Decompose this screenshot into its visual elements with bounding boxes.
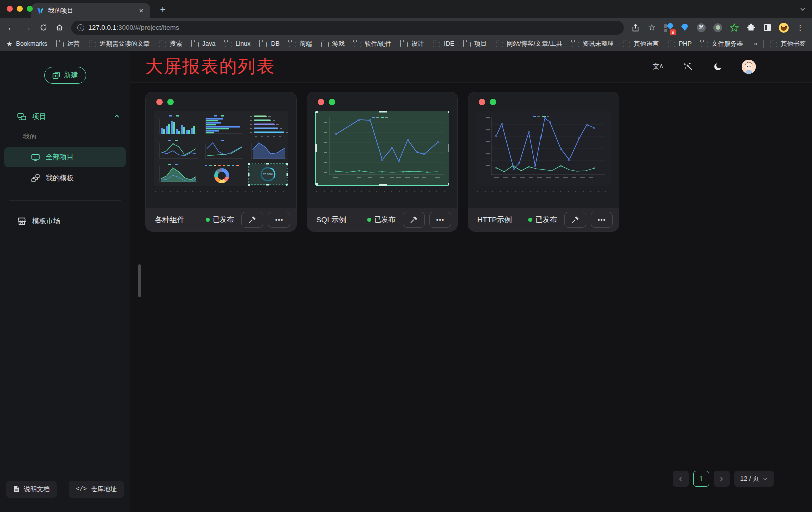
repo-button[interactable]: </> 仓库地址: [69, 481, 124, 498]
bookmark-folder[interactable]: 软件/硬件: [354, 40, 391, 48]
folder-icon: [56, 42, 64, 47]
page-title: 大屏报表的列表: [145, 55, 275, 78]
sidebar-item-my-templates[interactable]: 我的模板: [4, 168, 126, 188]
tab-search-chevron-icon[interactable]: [800, 5, 806, 14]
bookmark-folder[interactable]: IDE: [433, 40, 454, 47]
project-thumbnail[interactable]: [476, 111, 611, 186]
green-dot: [329, 99, 335, 105]
sidebar-item-template-market[interactable]: 模板市场: [0, 213, 130, 230]
more-button[interactable]: •••: [429, 212, 451, 228]
tab-close-button[interactable]: ×: [137, 7, 145, 15]
dark-mode-moon-icon[interactable]: [712, 61, 724, 73]
bookmark-folder[interactable]: 资讯未整理: [572, 40, 614, 48]
other-bookmarks-folder[interactable]: 其他书签: [770, 40, 806, 48]
project-thumbnail[interactable]: 25.00%: [154, 111, 288, 186]
bookmark-folder[interactable]: 其他语言: [623, 40, 659, 48]
reload-button[interactable]: [36, 21, 50, 35]
more-button[interactable]: •••: [268, 212, 290, 228]
edit-button[interactable]: [241, 212, 263, 228]
divider: [763, 40, 764, 48]
bookmark-star-icon[interactable]: ☆: [645, 21, 658, 34]
bookmark-folder[interactable]: 搜索: [159, 40, 182, 48]
command-extension-icon[interactable]: ⌘: [695, 21, 708, 34]
status-dot: [528, 218, 532, 222]
folder-icon: [572, 42, 579, 47]
bookmark-folder[interactable]: 设计: [400, 40, 424, 48]
bookmark-folder[interactable]: 前端: [289, 40, 312, 48]
edit-button[interactable]: [564, 212, 586, 228]
folder-icon: [433, 42, 440, 47]
next-page-button[interactable]: [714, 471, 730, 487]
folder-icon: [668, 42, 675, 47]
bookmark-folder[interactable]: 游戏: [321, 40, 345, 48]
project-card-list: 25.00% 各种组件 已发布: [130, 83, 812, 232]
star-extension-icon[interactable]: [728, 21, 741, 34]
folder-icon: [400, 42, 408, 47]
minimize-window-button[interactable]: [17, 6, 23, 12]
dotted-separator: [155, 191, 287, 192]
folder-icon: [289, 42, 296, 47]
split-screen-icon[interactable]: [761, 21, 774, 34]
gauge-value: 25.00%: [263, 173, 273, 176]
goview-favicon: [36, 7, 44, 14]
bookmarks-root[interactable]: ★Bookmarks: [6, 40, 47, 48]
home-button[interactable]: [52, 21, 66, 35]
dotted-separator: [477, 191, 610, 192]
prev-page-button[interactable]: [673, 471, 689, 487]
forward-button[interactable]: →: [20, 21, 34, 35]
sidebar-item-all-projects[interactable]: 全部项目: [4, 147, 126, 167]
project-card[interactable]: HTTP示例 已发布 •••: [468, 92, 619, 232]
page-header: 大屏报表的列表 文A: [130, 51, 812, 83]
back-button[interactable]: ←: [4, 21, 18, 35]
storefront-icon: [17, 217, 26, 225]
page-size-select[interactable]: 12 / 页: [734, 471, 774, 487]
green-dot: [167, 99, 174, 105]
chevron-up-icon[interactable]: [114, 113, 120, 121]
extensions-puzzle-icon[interactable]: [744, 21, 757, 34]
extension-badge: 9: [670, 29, 676, 35]
new-tab-button[interactable]: +: [156, 3, 169, 16]
project-card[interactable]: SQL示例 已发布 •••: [307, 92, 458, 232]
close-window-button[interactable]: [7, 6, 13, 12]
magic-wand-icon[interactable]: [682, 61, 694, 73]
sidebar-group-project[interactable]: 项目: [0, 108, 130, 125]
bookmark-folder[interactable]: Java: [191, 40, 215, 47]
code-icon: </>: [76, 486, 87, 493]
record-extension-icon[interactable]: [711, 21, 724, 34]
folder-icon: [496, 42, 503, 47]
bookmark-folder[interactable]: 网站/博客/文章/工具: [496, 40, 562, 48]
card-footer: HTTP示例 已发布 •••: [468, 208, 619, 231]
new-project-button[interactable]: 新建: [44, 67, 86, 84]
browser-tab[interactable]: 我的项目 ×: [31, 3, 150, 18]
url-text: 127.0.0.1:3000/#/project/items: [88, 24, 179, 31]
bookmark-folder[interactable]: PHP: [668, 40, 692, 47]
bookmark-folder[interactable]: 项目: [463, 40, 487, 48]
more-button[interactable]: •••: [591, 212, 613, 228]
zoom-window-button[interactable]: [27, 6, 33, 12]
gem-extension-icon[interactable]: [678, 21, 691, 34]
content-scrollbar-thumb[interactable]: [138, 264, 141, 297]
edit-button[interactable]: [403, 212, 425, 228]
bookmark-folder[interactable]: 文件服务器: [701, 40, 743, 48]
bookmark-folder[interactable]: Linux: [225, 40, 251, 47]
red-dot: [318, 99, 324, 105]
bookmark-folder[interactable]: 运营: [56, 40, 80, 48]
user-avatar[interactable]: [742, 60, 756, 74]
address-bar[interactable]: i 127.0.0.1:3000/#/project/items: [71, 21, 624, 35]
bookmark-folder[interactable]: DB: [259, 40, 279, 47]
tampermonkey-extension-icon[interactable]: 9: [662, 21, 675, 34]
chrome-menu-icon[interactable]: ⋮: [794, 21, 807, 34]
profile-avatar-icon[interactable]: [777, 21, 790, 34]
site-info-icon[interactable]: i: [77, 24, 84, 31]
current-page-button[interactable]: 1: [693, 471, 709, 487]
folder-icon: [354, 42, 361, 47]
docs-button[interactable]: 说明文档: [6, 481, 57, 498]
project-card[interactable]: 25.00% 各种组件 已发布: [145, 92, 297, 232]
share-icon[interactable]: [629, 21, 642, 34]
hammer-icon: [410, 216, 418, 224]
bookmarks-overflow-button[interactable]: »: [754, 40, 757, 47]
project-thumbnail[interactable]: [315, 111, 449, 186]
bookmark-folder[interactable]: 近期需要读的文章: [89, 40, 150, 48]
language-icon[interactable]: 文A: [652, 61, 664, 73]
red-dot: [479, 99, 485, 105]
